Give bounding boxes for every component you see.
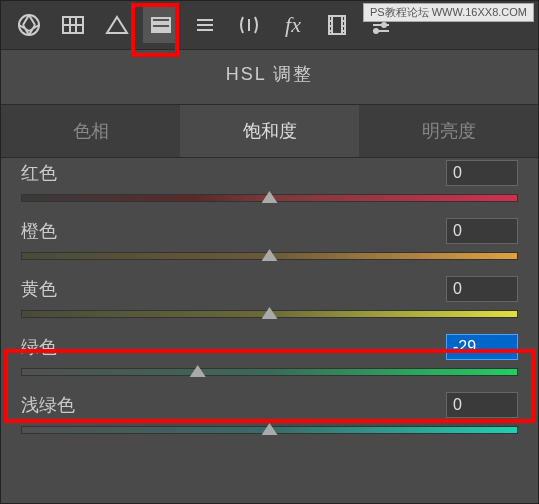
tab-hue[interactable]: 色相: [1, 105, 180, 157]
slider-track-teal[interactable]: [21, 426, 518, 434]
slider-label-teal: 浅绿色: [21, 393, 75, 417]
slider-label-red: 红色: [21, 161, 57, 185]
svg-point-26: [374, 29, 378, 33]
slider-value-green[interactable]: -29: [446, 334, 518, 360]
lens-icon[interactable]: [231, 7, 267, 43]
slider-value-yellow[interactable]: 0: [446, 276, 518, 302]
fx-icon[interactable]: fx: [275, 7, 311, 43]
slider-row-red: 红色 0: [21, 158, 518, 208]
svg-point-0: [19, 15, 39, 35]
slider-handle-yellow[interactable]: [262, 307, 278, 319]
slider-label-yellow: 黄色: [21, 277, 57, 301]
triangle-icon[interactable]: [99, 7, 135, 43]
slider-handle-green[interactable]: [190, 365, 206, 377]
svg-point-25: [382, 23, 386, 27]
slider-handle-red[interactable]: [262, 191, 278, 203]
tab-saturation[interactable]: 饱和度: [180, 105, 359, 157]
slider-row-orange: 橙色 0: [21, 208, 518, 266]
slider-handle-orange[interactable]: [262, 249, 278, 261]
slider-row-teal: 浅绿色 0: [21, 382, 518, 440]
hsl-adjustment-icon[interactable]: [143, 7, 179, 43]
slider-value-teal[interactable]: 0: [446, 392, 518, 418]
watermark-label: PS教程论坛 WWW.16XX8.COM: [363, 3, 534, 22]
tab-lightness[interactable]: 明亮度: [359, 105, 538, 157]
slider-value-orange[interactable]: 0: [446, 218, 518, 244]
slider-row-green: 绿色 -29: [21, 324, 518, 382]
slider-list: 红色 0 橙色 0 黄色 0 绿色 -29: [1, 158, 538, 440]
film-icon[interactable]: [319, 7, 355, 43]
svg-rect-7: [152, 30, 170, 32]
grid-icon[interactable]: [55, 7, 91, 43]
slider-track-green[interactable]: [21, 368, 518, 376]
slider-value-red[interactable]: 0: [446, 160, 518, 186]
hsl-tabs: 色相 饱和度 明亮度: [1, 104, 538, 158]
svg-rect-6: [152, 24, 170, 28]
slider-label-orange: 橙色: [21, 219, 57, 243]
slider-track-yellow[interactable]: [21, 310, 518, 318]
slider-track-orange[interactable]: [21, 252, 518, 260]
aperture-icon[interactable]: [11, 7, 47, 43]
stack-icon[interactable]: [187, 7, 223, 43]
slider-handle-teal[interactable]: [262, 423, 278, 435]
slider-track-red[interactable]: [21, 194, 518, 202]
slider-label-green: 绿色: [21, 335, 57, 359]
panel-title: HSL 调整: [1, 50, 538, 104]
slider-row-yellow: 黄色 0: [21, 266, 518, 324]
svg-rect-5: [152, 18, 170, 22]
